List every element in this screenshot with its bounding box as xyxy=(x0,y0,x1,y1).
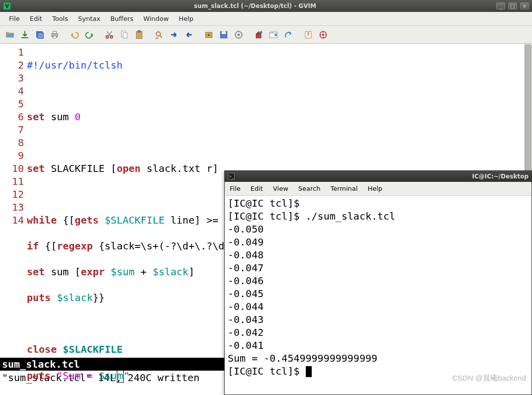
menu-window[interactable]: Window xyxy=(138,13,174,24)
svg-rect-3 xyxy=(53,31,57,33)
shebang: #!/usr/bin/tclsh xyxy=(27,59,123,71)
copy-icon[interactable] xyxy=(117,28,131,42)
term-menu-help[interactable]: Help xyxy=(362,183,387,194)
save-all-icon[interactable] xyxy=(33,28,47,42)
svg-rect-17 xyxy=(256,34,261,38)
window-title: sum_slack.tcl (~/Desktop/tcl) - GVIM xyxy=(14,2,496,9)
redo-icon[interactable] xyxy=(83,28,96,42)
term-line: [IC@IC tcl]$ xyxy=(228,197,529,210)
kw-puts: puts xyxy=(27,292,51,304)
term-line: -0.050 xyxy=(228,223,529,236)
term-line: -0.044 xyxy=(228,300,529,313)
svg-point-11 xyxy=(156,32,160,36)
tag-jump-icon[interactable] xyxy=(281,28,295,42)
save-file-icon[interactable] xyxy=(18,28,32,42)
line-number-gutter: 1 2 3 4 5 6 7 8 9 10 11 12 13 14 xyxy=(0,44,24,358)
find-replace-icon[interactable] xyxy=(152,28,166,42)
svg-point-18 xyxy=(260,31,263,33)
code-text: + xyxy=(135,266,153,278)
help-icon[interactable]: ? xyxy=(301,28,315,42)
menu-help[interactable]: Help xyxy=(174,13,198,24)
print-icon[interactable] xyxy=(48,28,62,42)
shell-icon[interactable] xyxy=(266,28,280,42)
maximize-button[interactable]: □ xyxy=(508,2,517,9)
make-icon[interactable] xyxy=(252,28,266,42)
menu-buffers[interactable]: Buffers xyxy=(105,13,138,24)
menu-syntax[interactable]: Syntax xyxy=(73,13,105,24)
line-number: 13 xyxy=(0,201,24,214)
code-text: sum [ xyxy=(45,266,81,278)
term-line: Sum = -0.4549999999999999 xyxy=(228,352,529,365)
term-menu-view[interactable]: View xyxy=(268,183,293,194)
close-button[interactable]: × xyxy=(520,2,529,9)
terminal-cursor xyxy=(306,366,312,377)
term-menu-file[interactable]: File xyxy=(225,183,246,194)
code-text xyxy=(57,343,63,355)
line-number: 6 xyxy=(0,110,24,123)
gvim-titlebar: V sum_slack.tcl (~/Desktop/tcl) - GVIM _… xyxy=(0,0,532,12)
code-text: line] >= xyxy=(165,214,224,226)
save-session-icon[interactable] xyxy=(217,28,231,42)
term-menu-edit[interactable]: Edit xyxy=(246,183,268,194)
line-number: 11 xyxy=(0,175,24,188)
open-file-icon[interactable] xyxy=(3,28,17,42)
terminal-body[interactable]: [IC@IC tcl]$[IC@IC tcl]$ ./sum_slack.tcl… xyxy=(225,196,532,395)
undo-icon[interactable] xyxy=(68,28,82,42)
var: $SLACKFILE xyxy=(63,343,122,355)
kw-regexp: regexp xyxy=(57,240,92,252)
term-line: -0.049 xyxy=(228,236,529,248)
term-menu-search[interactable]: Search xyxy=(293,183,326,194)
line-number: 12 xyxy=(0,188,24,201)
menu-file[interactable]: File xyxy=(4,13,25,24)
term-line: -0.041 xyxy=(228,339,529,352)
svg-point-16 xyxy=(238,33,240,36)
term-line: -0.042 xyxy=(228,326,529,339)
term-line: -0.043 xyxy=(228,313,529,326)
line-number: 7 xyxy=(0,123,24,136)
svg-rect-10 xyxy=(138,30,141,32)
menu-tools[interactable]: Tools xyxy=(47,13,73,24)
term-menu-terminal[interactable]: Terminal xyxy=(325,183,362,194)
terminal-menubar: File Edit View Search Terminal Help xyxy=(225,182,532,196)
gvim-app-icon: V xyxy=(3,2,11,10)
kw-set: set xyxy=(27,111,45,123)
line-number: 9 xyxy=(0,149,24,162)
line-number: 2 xyxy=(0,59,24,72)
line-number: 4 xyxy=(0,84,24,97)
svg-rect-4 xyxy=(53,36,57,38)
code-text: SLACKFILE [ xyxy=(45,162,117,174)
minimize-button[interactable]: _ xyxy=(496,2,505,9)
menu-edit[interactable]: Edit xyxy=(25,13,47,24)
code-text: }} xyxy=(92,292,104,304)
code-text: ] xyxy=(188,266,194,278)
term-line: -0.048 xyxy=(228,248,529,261)
line-number: 14 xyxy=(0,214,24,227)
kw-set: set xyxy=(27,266,45,278)
string: "Sum = xyxy=(57,370,98,382)
kw-if: if xyxy=(27,240,39,252)
term-line: -0.045 xyxy=(228,287,529,300)
paste-icon[interactable] xyxy=(132,28,146,42)
code-text: sum xyxy=(45,111,75,123)
kw-open: open xyxy=(117,162,141,174)
svg-rect-1 xyxy=(38,32,44,38)
cut-icon[interactable] xyxy=(102,28,116,42)
line-number: 10 xyxy=(0,162,24,175)
load-session-icon[interactable] xyxy=(202,28,216,42)
run-script-icon[interactable] xyxy=(232,28,246,42)
svg-rect-8 xyxy=(123,32,127,38)
term-prompt: [IC@IC tcl]$ xyxy=(228,365,306,377)
kw-close: close xyxy=(27,343,57,355)
var: $SLACKFILE xyxy=(105,214,165,226)
svg-point-24 xyxy=(322,33,325,36)
code-text xyxy=(105,266,111,278)
terminal-titlebar: >_ IC@IC:~/Desktop xyxy=(225,171,532,182)
var: $sum xyxy=(111,266,135,278)
code-num: 0 xyxy=(75,111,81,123)
line-number: 8 xyxy=(0,136,24,149)
line-number: 5 xyxy=(0,97,24,110)
find-help-icon[interactable] xyxy=(316,28,330,42)
find-next-icon[interactable] xyxy=(167,28,181,42)
find-prev-icon[interactable] xyxy=(182,28,196,42)
var: $slack xyxy=(57,292,92,304)
